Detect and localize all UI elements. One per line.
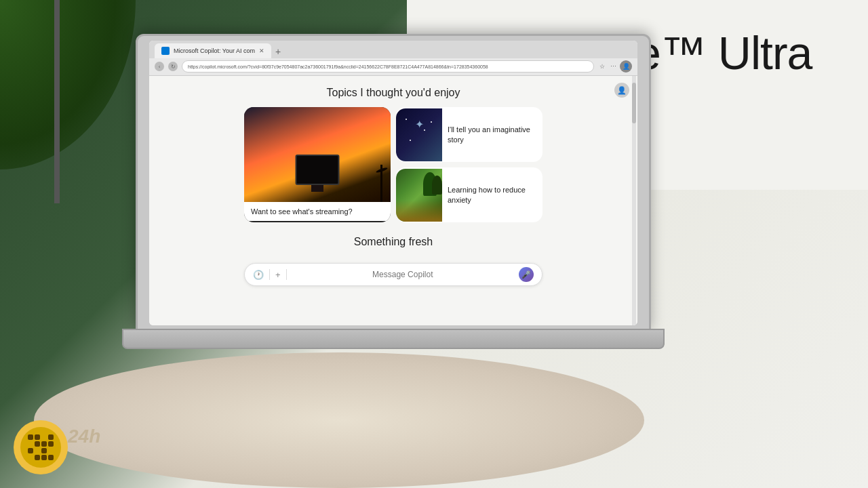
laptop-screen: Microsoft Copilot: Your AI compan ✕ + ‹ … (149, 41, 637, 325)
logo-dot-13 (28, 455, 33, 460)
refresh-button[interactable]: ↻ (168, 62, 178, 71)
message-input-area: 🕐 + 🎤 (244, 263, 542, 286)
topics-section: Topics I thought you'd enjoy (244, 87, 542, 222)
toolbar-icons: ☆ ⋯ 👤 (598, 60, 632, 73)
tab-close-button[interactable]: ✕ (259, 47, 264, 54)
fresh-title: Something fresh (244, 236, 542, 248)
browser-tab-copilot[interactable]: Microsoft Copilot: Your AI compan ✕ (155, 43, 271, 58)
logo-dot-2 (35, 434, 40, 440)
topics-grid: Want to see what's streaming? ✦ (244, 107, 542, 222)
logo-badge (14, 420, 68, 474)
logo-dot-10 (35, 448, 40, 453)
input-divider2 (286, 269, 287, 280)
logo-dot-11 (41, 448, 47, 453)
message-input-bar: 🕐 + 🎤 (244, 263, 542, 286)
card-streaming-label: Want to see what's streaming? (244, 202, 391, 221)
card-anxiety[interactable]: Learning how to reduce anxiety (396, 167, 542, 222)
card-streaming[interactable]: Want to see what's streaming? (244, 107, 391, 222)
logo-dot-14 (35, 455, 40, 460)
laptop-lid: Microsoft Copilot: Your AI compan ✕ + ‹ … (136, 34, 651, 332)
logo-dots (28, 434, 54, 460)
logo-dot-3 (41, 434, 47, 440)
fresh-section: Something fresh (244, 233, 542, 256)
card-story-image: ✦ (396, 108, 442, 161)
star2 (424, 129, 425, 131)
input-divider (269, 269, 270, 280)
logo-dot-5 (28, 441, 33, 447)
pole-decoration (54, 0, 60, 203)
star4 (431, 121, 432, 123)
card-streaming-image (244, 107, 391, 202)
stars-background: ✦ (396, 108, 442, 161)
card-story[interactable]: ✦ I'll tell you an imaginative story (396, 107, 542, 162)
logo-dot-6 (35, 441, 40, 447)
monitor-icon (296, 155, 340, 185)
user-avatar[interactable]: 👤 (614, 83, 629, 98)
star1 (406, 119, 407, 120)
logo-dot-12 (48, 448, 54, 453)
logo-dot-15 (41, 455, 47, 460)
browser-toolbar: ‹ ↻ https://copilot.microsoft.com/?cvid=… (149, 58, 637, 76)
tab-favicon (161, 47, 170, 55)
watermark-text: 24h (68, 426, 100, 447)
tab-title: Microsoft Copilot: Your AI compan (174, 47, 255, 54)
monitor-stand (311, 185, 323, 192)
logo-dot-4 (48, 434, 54, 440)
path-visual (396, 200, 442, 221)
path-background (396, 169, 442, 222)
mic-button[interactable]: 🎤 (519, 267, 534, 282)
card-anxiety-label: Learning how to reduce anxiety (448, 185, 537, 205)
laptop-base (122, 329, 665, 349)
laptop: Microsoft Copilot: Your AI compan ✕ + ‹ … (136, 34, 651, 386)
star3 (410, 140, 411, 141)
browser-content: 👤 Topics I thought you'd enjoy (149, 76, 637, 325)
card-story-label: I'll tell you an imaginative story (448, 125, 537, 144)
message-input[interactable] (292, 270, 513, 279)
logo-dot-8 (48, 441, 54, 447)
logo-dot-7 (41, 441, 47, 447)
bookmark-icon[interactable]: ☆ (598, 62, 606, 70)
address-bar[interactable]: https://copilot.microsoft.com/?cvid=80f3… (182, 60, 594, 73)
url-text: https://copilot.microsoft.com/?cvid=80f3… (188, 64, 488, 69)
logo-dot-16 (48, 455, 54, 460)
logo-inner (20, 427, 61, 468)
topics-title: Topics I thought you'd enjoy (244, 87, 542, 99)
profile-icon[interactable]: 👤 (620, 60, 632, 73)
card-anxiety-image (396, 169, 442, 222)
tree2 (432, 176, 442, 195)
logo-dot-9 (28, 448, 33, 453)
browser-chrome: Microsoft Copilot: Your AI compan ✕ + ‹ … (149, 41, 637, 76)
back-button[interactable]: ‹ (155, 62, 164, 71)
recent-icon[interactable]: 🕐 (253, 270, 264, 280)
browser-tabs: Microsoft Copilot: Your AI compan ✕ + (149, 41, 637, 58)
add-icon[interactable]: + (275, 270, 281, 280)
logo-dot-1 (28, 434, 33, 440)
new-tab-button[interactable]: + (271, 45, 285, 58)
star-cross-icon: ✦ (415, 117, 424, 130)
settings-icon[interactable]: ⋯ (609, 62, 617, 70)
scrollbar-thumb[interactable] (632, 83, 636, 123)
scrollbar[interactable] (632, 76, 636, 325)
